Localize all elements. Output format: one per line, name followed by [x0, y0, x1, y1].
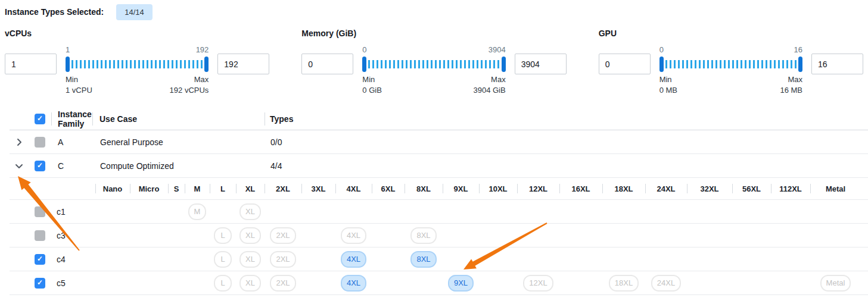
select-all-checkbox[interactable] [35, 114, 45, 124]
gpu-max-input[interactable] [811, 54, 863, 74]
size-pill-c4-l: L [214, 251, 232, 268]
family-use-case: General Purpose [93, 137, 265, 147]
selected-count-badge: 14/14 [116, 4, 153, 20]
size-column-header-l: L [210, 178, 236, 199]
family-row-c: C Compute Optimized 4/4 [10, 154, 868, 178]
size-pill-c3-8xl: 8XL [410, 227, 436, 244]
gpu-range-slider: 0 16 Min 0 MB Max [659, 45, 802, 96]
selected-count-label: Instance Types Selected: [5, 7, 104, 17]
slider-range-min-label: 1 [66, 45, 70, 55]
slider-max-handle[interactable] [204, 57, 209, 72]
chevron-right-icon [14, 137, 24, 147]
column-header-types: Types [265, 114, 868, 124]
size-pill-c5-xl: XL [239, 275, 261, 292]
size-pill-c3-4xl: 4XL [341, 227, 366, 244]
size-pill-c1-xl: XL [239, 203, 261, 220]
filters-row: vCPUs 1 192 Min [5, 29, 863, 96]
size-column-header-12xl: 12XL [517, 178, 559, 199]
filter-title: vCPUs [5, 29, 269, 38]
slider-min-handle[interactable] [66, 57, 70, 72]
slider-ticks [368, 60, 499, 68]
family-checkbox-c[interactable] [35, 161, 45, 171]
size-pill-c4-2xl: 2XL [270, 251, 295, 268]
instance-name: c3 [51, 231, 66, 240]
size-pill-c4-4xl[interactable]: 4XL [341, 251, 366, 268]
family-name: A [51, 137, 93, 147]
size-column-header-s: S [168, 178, 185, 199]
selection-summary-bar: Instance Types Selected: 14/14 [5, 4, 868, 20]
expander-button-a[interactable] [10, 137, 29, 147]
size-pill-c5-18xl: 18XL [609, 275, 639, 292]
family-checkbox-a [35, 137, 45, 148]
size-column-header-3xl: 3XL [301, 178, 335, 199]
column-header-instance-family: Instance Family [52, 109, 92, 129]
instance-row-c3: c3LXL2XL4XL8XL [10, 224, 868, 247]
size-pill-c3-l: L [214, 227, 232, 244]
instance-name: c5 [51, 278, 66, 288]
size-pill-c5-24xl: 24XL [651, 275, 681, 292]
instance-name: c4 [51, 255, 66, 264]
size-column-header-6xl: 6XL [372, 178, 405, 199]
slider-range-min-label: 0 [659, 45, 664, 55]
expander-button-c[interactable] [10, 161, 29, 171]
instance-checkbox-c5[interactable] [35, 278, 45, 289]
size-pill-c5-2xl: 2XL [270, 275, 295, 292]
filter-gpu: GPU 0 16 Min 0 M [599, 29, 863, 96]
size-pill-c4-xl: XL [239, 251, 261, 268]
table-header-row: Instance Family Use Case Types [10, 108, 868, 130]
family-name: C [51, 161, 93, 171]
filter-vcpus: vCPUs 1 192 Min [5, 29, 269, 96]
size-pill-c4-8xl[interactable]: 8XL [410, 251, 436, 268]
slider-range-max-label: 16 [794, 45, 802, 55]
slider-max-handle[interactable] [798, 57, 802, 72]
size-pill-c5-4xl[interactable]: 4XL [341, 275, 366, 292]
gpu-min-input[interactable] [599, 54, 651, 74]
instance-checkbox-c3 [35, 230, 45, 241]
vcpus-min-input[interactable] [5, 54, 57, 74]
slider-min-caption: Min 1 vCPU [66, 74, 92, 96]
memory-max-input[interactable] [515, 54, 567, 74]
family-types-count: 4/4 [265, 161, 868, 171]
column-header-use-case: Use Case [93, 114, 265, 124]
size-column-header-112xl: 112XL [771, 178, 810, 199]
size-column-header-8xl: 8XL [405, 178, 443, 199]
instance-row-c1: c1MXL [10, 200, 868, 224]
size-column-header-10xl: 10XL [479, 178, 517, 199]
slider-min-handle[interactable] [362, 57, 366, 72]
size-column-header-32xl: 32XL [687, 178, 732, 199]
size-pill-c3-2xl: 2XL [270, 227, 295, 244]
instance-type-selector-panel: Instance Types Selected: 14/14 vCPUs 1 1… [0, 4, 868, 304]
memory-min-input[interactable] [301, 54, 353, 74]
slider-track [66, 57, 209, 72]
instance-rows-container: c1MXLc3LXL2XL4XL8XLc4LXL2XL4XL8XLc5LXL2X… [10, 200, 868, 295]
size-column-header-9xl: 9XL [443, 178, 479, 199]
size-pill-c3-xl: XL [239, 227, 261, 244]
size-column-header-nano: Nano [95, 178, 130, 199]
size-column-header-metal: Metal [810, 178, 861, 199]
size-header-lead-spacer [10, 178, 95, 199]
size-pill-c5-metal: Metal [820, 275, 851, 292]
slider-min-caption: Min 0 GiB [362, 74, 382, 96]
family-row-a: A General Purpose 0/0 [10, 130, 868, 154]
instance-checkbox-c4[interactable] [35, 254, 45, 265]
size-pill-c1-m: M [188, 203, 207, 220]
slider-range-max-label: 192 [196, 45, 209, 55]
instance-checkbox-c1 [35, 206, 45, 217]
memory-range-slider: 0 3904 Min 0 GiB Max [362, 45, 505, 96]
slider-max-caption: Max 192 vCPUs [170, 74, 209, 96]
instance-row-c4: c4LXL2XL4XL8XL [10, 247, 868, 271]
slider-max-handle[interactable] [502, 57, 506, 72]
slider-ticks [71, 60, 203, 68]
vcpus-max-input[interactable] [217, 54, 269, 74]
slider-range-max-label: 3904 [489, 45, 506, 55]
size-column-header-micro: Micro [130, 178, 168, 199]
size-pill-c5-l: L [214, 275, 232, 292]
slider-min-caption: Min 0 MB [659, 74, 677, 96]
instance-row-c5: c5LXL2XL4XL9XL12XL18XL24XLMetal [10, 271, 868, 295]
size-pill-c5-9xl[interactable]: 9XL [448, 275, 474, 292]
family-use-case: Compute Optimized [93, 161, 265, 171]
slider-range-min-label: 0 [362, 45, 366, 55]
slider-min-handle[interactable] [659, 57, 664, 72]
slider-ticks [665, 60, 797, 68]
filter-title: Memory (GiB) [301, 29, 566, 38]
